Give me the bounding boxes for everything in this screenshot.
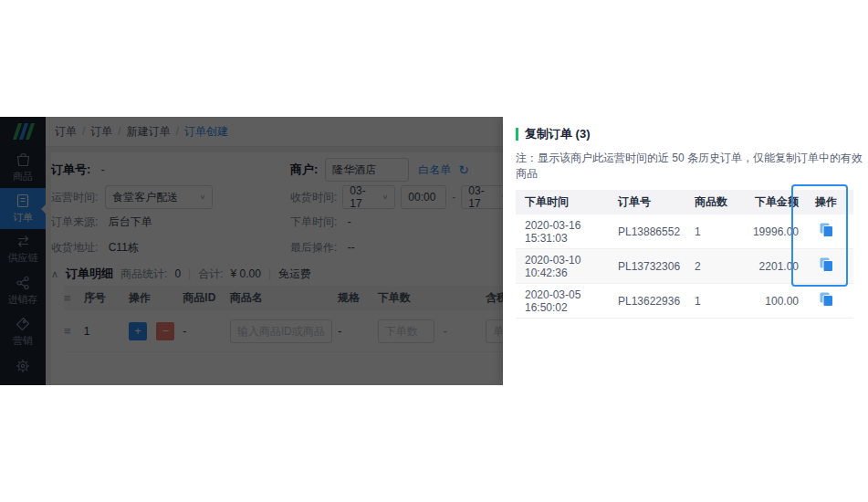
green-title-bar <box>516 128 518 141</box>
modal-dim-overlay[interactable] <box>0 117 503 385</box>
col-header-amount: 下单金额 <box>733 194 799 210</box>
col-header-action: 操作 <box>799 194 853 210</box>
col-header-order-no: 订单号 <box>618 194 695 210</box>
order-time: 2020-03-16 15:31:03 <box>516 219 618 245</box>
item-count: 1 <box>695 225 733 238</box>
action-cell <box>799 223 853 240</box>
item-count: 2 <box>695 260 733 273</box>
drawer-title: 复制订单 (3) <box>525 126 591 142</box>
order-amount: 2201.00 <box>733 260 799 273</box>
order-time: 2020-03-10 10:42:36 <box>516 254 618 279</box>
action-cell <box>799 257 853 275</box>
order-no: PL13886552 <box>618 225 695 238</box>
copy-order-button[interactable] <box>820 223 833 237</box>
copy-icon <box>820 223 833 237</box>
history-order-row: 2020-03-10 10:42:36 PL13732306 2 2201.00 <box>516 249 853 284</box>
action-cell <box>799 292 853 309</box>
order-time: 2020-03-05 16:50:02 <box>516 288 618 314</box>
drawer-note: 注：显示该商户此运营时间的近 50 条历史订单，仅能复制订单中的有效商品 <box>516 151 863 182</box>
drawer-title-row: 复制订单 (3) <box>516 126 863 142</box>
page-canvas: 商品 订单 供应链 进销存 <box>0 0 868 502</box>
copy-icon <box>820 292 833 307</box>
copy-icon <box>820 257 833 272</box>
col-header-order-time: 下单时间 <box>516 194 618 210</box>
copy-order-button[interactable] <box>820 257 833 272</box>
history-order-row: 2020-03-05 16:50:02 PL13622936 1 100.00 <box>516 284 853 319</box>
order-amount: 100.00 <box>733 295 799 308</box>
item-count: 1 <box>695 295 733 308</box>
order-amount: 19996.00 <box>733 225 799 238</box>
history-order-row: 2020-03-16 15:31:03 PL13886552 1 19996.0… <box>516 214 853 249</box>
order-no: PL13732306 <box>618 260 695 273</box>
app-window: 商品 订单 供应链 进销存 <box>0 117 863 385</box>
copy-order-button[interactable] <box>820 292 833 307</box>
history-table-header: 下单时间 订单号 商品数 下单金额 操作 <box>516 190 853 214</box>
copy-order-drawer: 复制订单 (3) 注：显示该商户此运营时间的近 50 条历史订单，仅能复制订单中… <box>503 117 863 385</box>
history-orders-table: 下单时间 订单号 商品数 下单金额 操作 2020-03-16 15:31:03… <box>516 190 853 319</box>
order-no: PL13622936 <box>618 295 695 308</box>
col-header-item-count: 商品数 <box>695 194 733 210</box>
